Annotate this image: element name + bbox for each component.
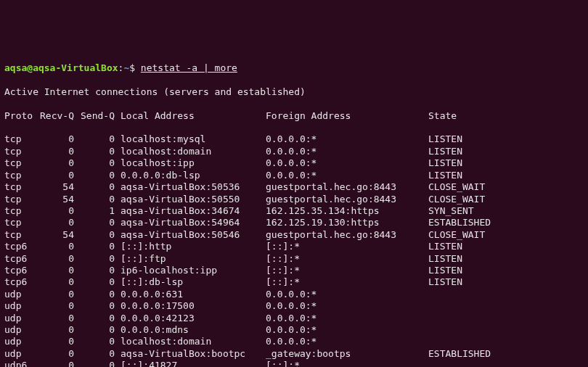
cell-state: ESTABLISHED	[428, 217, 515, 228]
cell-recvq: 0	[39, 348, 80, 360]
cell-recvq: 0	[39, 146, 80, 157]
cell-foreign: 0.0.0.0:*	[266, 313, 428, 324]
cell-recvq: 0	[39, 133, 80, 145]
cell-recvq: 54	[39, 181, 80, 193]
inet-row: tcp540aqsa-VirtualBox:50550guestportal.h…	[4, 194, 584, 205]
cell-local: 0.0.0.0:17500	[121, 300, 266, 312]
cell-sendq: 0	[80, 229, 121, 241]
cell-sendq: 0	[80, 300, 121, 312]
cell-sendq: 0	[80, 276, 121, 288]
cell-foreign: 162.125.35.134:https	[266, 205, 428, 217]
cell-sendq: 0	[80, 241, 121, 252]
inet-row: tcp600ip6-localhost:ipp[::]:*LISTEN	[4, 265, 584, 276]
cell-foreign: 162.125.19.130:https	[266, 217, 428, 228]
cell-state: LISTEN	[428, 146, 515, 157]
cell-recvq: 0	[39, 300, 80, 312]
cell-proto: udp	[4, 324, 39, 336]
col-recvq: Recv-Q	[39, 110, 80, 122]
inet-section-header: Active Internet connections (servers and…	[4, 86, 584, 98]
cell-sendq: 0	[80, 348, 121, 360]
cell-foreign: guestportal.hec.go:8443	[266, 194, 428, 205]
cell-state: LISTEN	[428, 133, 515, 145]
cell-local: aqsa-VirtualBox:54964	[121, 217, 266, 228]
cell-local: 0.0.0.0:db-lsp	[121, 170, 266, 181]
cell-sendq: 0	[80, 157, 121, 169]
cell-sendq: 0	[80, 194, 121, 205]
terminal-output: aqsa@aqsa-VirtualBox:~$ netstat -a | mor…	[4, 51, 584, 367]
cell-foreign: 0.0.0.0:*	[266, 324, 428, 336]
inet-table-body: tcp00localhost:mysql0.0.0.0:*LISTENtcp00…	[4, 133, 584, 367]
cell-recvq: 0	[39, 253, 80, 265]
cell-sendq: 0	[80, 324, 121, 336]
cell-recvq: 0	[39, 313, 80, 324]
cell-state: LISTEN	[428, 170, 515, 181]
inet-row: tcp00localhost:mysql0.0.0.0:*LISTEN	[4, 133, 584, 145]
cell-local: 0.0.0.0:mdns	[121, 324, 266, 336]
cell-state: CLOSE_WAIT	[428, 229, 515, 241]
cell-sendq: 0	[80, 253, 121, 265]
cell-proto: udp	[4, 336, 39, 347]
col-local: Local Address	[121, 110, 266, 122]
cell-sendq: 0	[80, 181, 121, 193]
cell-recvq: 0	[39, 217, 80, 228]
cell-local: [::]:ftp	[121, 253, 266, 265]
cell-proto: tcp6	[4, 241, 39, 252]
cell-foreign: guestportal.hec.go:8443	[266, 181, 428, 193]
inet-row: tcp600[::]:db-lsp[::]:*LISTEN	[4, 276, 584, 288]
cell-local: 0.0.0.0:42123	[121, 313, 266, 324]
cell-recvq: 0	[39, 289, 80, 300]
cell-state: LISTEN	[428, 241, 515, 252]
cell-foreign: [::]:*	[266, 265, 428, 276]
cell-state: LISTEN	[428, 157, 515, 169]
cell-local: ip6-localhost:ipp	[121, 265, 266, 276]
cell-foreign: 0.0.0.0:*	[266, 289, 428, 300]
cell-foreign: guestportal.hec.go:8443	[266, 229, 428, 241]
cell-local: [::]:db-lsp	[121, 276, 266, 288]
cell-local: aqsa-VirtualBox:50536	[121, 181, 266, 193]
cell-recvq: 0	[39, 241, 80, 252]
prompt-line: aqsa@aqsa-VirtualBox:~$ netstat -a | mor…	[4, 62, 584, 74]
cell-proto: tcp6	[4, 265, 39, 276]
cell-sendq: 0	[80, 313, 121, 324]
cell-state: CLOSE_WAIT	[428, 181, 515, 193]
cell-proto: udp	[4, 300, 39, 312]
inet-row: tcp00localhost:domain0.0.0.0:*LISTEN	[4, 146, 584, 157]
cell-state: CLOSE_WAIT	[428, 194, 515, 205]
inet-row: udp000.0.0.0:175000.0.0.0:*	[4, 300, 584, 312]
inet-row: tcp01aqsa-VirtualBox:34674162.125.35.134…	[4, 205, 584, 217]
cell-sendq: 0	[80, 336, 121, 347]
cell-foreign: [::]:*	[266, 276, 428, 288]
cell-local: aqsa-VirtualBox:50546	[121, 229, 266, 241]
cell-local: aqsa-VirtualBox:bootpc	[121, 348, 266, 360]
cell-state: LISTEN	[428, 265, 515, 276]
prompt-host: aqsa-VirtualBox	[33, 62, 118, 73]
cell-foreign: [::]:*	[266, 241, 428, 252]
inet-row: udp000.0.0.0:421230.0.0.0:*	[4, 313, 584, 324]
cell-sendq: 0	[80, 265, 121, 276]
cell-foreign: 0.0.0.0:*	[266, 133, 428, 145]
cell-recvq: 0	[39, 336, 80, 347]
cell-recvq: 0	[39, 205, 80, 217]
cell-proto: tcp6	[4, 276, 39, 288]
cell-sendq: 0	[80, 289, 121, 300]
cell-recvq: 54	[39, 194, 80, 205]
inet-row: udp000.0.0.0:6310.0.0.0:*	[4, 289, 584, 300]
cell-foreign: 0.0.0.0:*	[266, 157, 428, 169]
inet-row: tcp00localhost:ipp0.0.0.0:*LISTEN	[4, 157, 584, 169]
col-proto: Proto	[4, 110, 39, 122]
command-text[interactable]: netstat -a | more	[141, 62, 237, 73]
cell-state: ESTABLISHED	[428, 348, 515, 360]
cell-proto: tcp6	[4, 253, 39, 265]
prompt-dollar: $	[129, 62, 141, 73]
inet-row: udp00aqsa-VirtualBox:bootpc_gateway:boot…	[4, 348, 584, 360]
cell-foreign: [::]:*	[266, 253, 428, 265]
inet-row: tcp000.0.0.0:db-lsp0.0.0.0:*LISTEN	[4, 170, 584, 181]
cell-sendq: 0	[80, 217, 121, 228]
inet-row: tcp00aqsa-VirtualBox:54964162.125.19.130…	[4, 217, 584, 228]
prompt-user: aqsa	[4, 62, 27, 73]
cell-sendq: 1	[80, 205, 121, 217]
inet-row: tcp600[::]:http[::]:*LISTEN	[4, 241, 584, 252]
col-sendq: Send-Q	[80, 110, 121, 122]
cell-local: [::]:http	[121, 241, 266, 252]
cell-local: 0.0.0.0:631	[121, 289, 266, 300]
